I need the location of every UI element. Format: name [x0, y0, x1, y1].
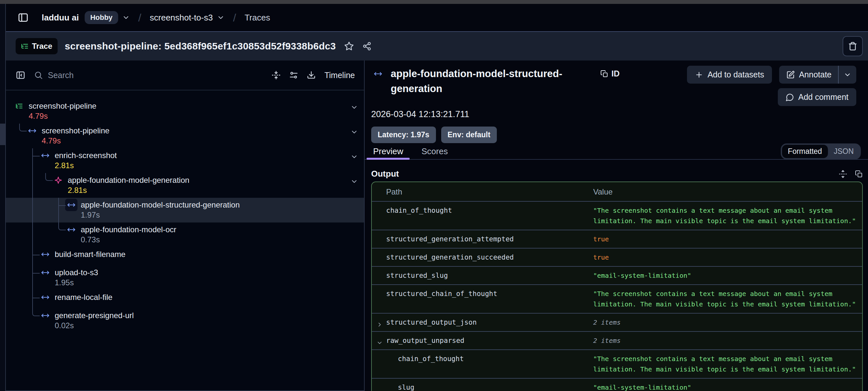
breadcrumb-separator: /: [138, 11, 141, 24]
output-path-text: structured_generation_attempted: [386, 235, 514, 243]
tree-item-duration: 2.81s: [68, 186, 364, 195]
output-row-path: structured_output_json: [372, 317, 593, 328]
add-comment-button[interactable]: Add comment: [778, 88, 856, 106]
tab-scores[interactable]: Scores: [420, 144, 450, 159]
format-toggle: FormattedJSON: [781, 143, 861, 159]
display-settings-icon[interactable]: [289, 71, 298, 80]
nav-rail-active-item[interactable]: [0, 124, 5, 145]
output-row-path: structured_generation_attempted: [372, 234, 593, 244]
chevron-down-icon[interactable]: [122, 14, 130, 22]
tree-item-upload-to-s3[interactable]: upload-to-s31.95s: [6, 265, 364, 290]
chevron-down-icon[interactable]: [217, 14, 225, 22]
annotate-dropdown-button[interactable]: [838, 66, 856, 84]
search-input[interactable]: Search: [34, 71, 263, 80]
action-row: Add to datasets Annotate: [687, 66, 856, 84]
tree-item-main: screenshot-pipeline: [6, 126, 364, 135]
fold-vertical-icon[interactable]: [272, 71, 281, 80]
span-icon: [41, 293, 50, 301]
tab-preview[interactable]: Preview: [371, 144, 405, 159]
unfold-vertical-icon[interactable]: [839, 170, 847, 178]
output-row-value: true: [593, 234, 862, 244]
annotate-split-button[interactable]: Annotate: [779, 66, 856, 84]
tree-item-label: build-smart-filename: [55, 250, 125, 259]
tree-item-rename-local-file[interactable]: rename-local-file: [6, 290, 364, 308]
chevron-down-icon[interactable]: [376, 339, 383, 346]
tree-guide: [32, 265, 33, 290]
span-icon: [41, 250, 50, 259]
metadata-badge: Latency: 1.97s: [371, 127, 436, 143]
tree-item-apple-foundation-model-structured-generation[interactable]: apple-foundation-model-structured-genera…: [6, 198, 364, 223]
output-row-value: 2 items: [593, 317, 862, 328]
tree-item-generate-presigned-url[interactable]: generate-presigned-url0.02s: [6, 308, 364, 333]
chevron-down-icon[interactable]: [350, 177, 358, 186]
span-icon: [28, 127, 36, 135]
timeline-toggle[interactable]: Timeline: [324, 71, 355, 80]
tree-item-duration: 1.97s: [81, 210, 364, 220]
search-icon: [34, 71, 43, 80]
tree-item-apple-foundation-model-ocr[interactable]: apple-foundation-model-ocr0.73s: [6, 223, 364, 247]
list-tree-icon: [21, 42, 29, 50]
add-to-datasets-button[interactable]: Add to datasets: [687, 66, 772, 84]
copy-icon[interactable]: [855, 170, 863, 178]
tree-item-main: generate-presigned-url: [6, 311, 364, 320]
output-row[interactable]: raw_output_unparsed2 items: [372, 331, 862, 349]
share-icon[interactable]: [362, 42, 371, 51]
tree-item-enrich-screenshot[interactable]: enrich-screenshot2.81s: [6, 148, 364, 173]
output-path-text: structured_output_json: [386, 319, 477, 326]
annotate-button[interactable]: Annotate: [779, 66, 838, 84]
sidebar-toggle-icon[interactable]: [18, 12, 29, 23]
output-row[interactable]: structured_output_json2 items: [372, 313, 862, 331]
tree-item-duration: 4.79s: [42, 136, 364, 146]
download-icon[interactable]: [307, 71, 316, 80]
output-row-path: structured_generation_succeeded: [372, 252, 593, 262]
chevron-down-icon[interactable]: [350, 128, 358, 136]
tree-item-label: screenshot-pipeline: [29, 101, 96, 110]
tree-guide: [32, 290, 33, 308]
search-placeholder: Search: [48, 71, 73, 80]
tree-guide: [32, 298, 40, 298]
span-icon: [67, 225, 75, 234]
tree-guide: [32, 156, 40, 157]
tree-item-main: apple-foundation-model-structured-genera…: [6, 200, 364, 209]
span-type-icon: [374, 70, 382, 78]
tree-item-apple-foundation-model-generation[interactable]: apple-foundation-model-generation2.81s: [6, 173, 364, 198]
output-table-header: Path Value: [372, 182, 862, 201]
span-icon: [41, 311, 50, 320]
tree-item-duration: 4.79s: [29, 111, 364, 121]
chevron-down-icon[interactable]: [350, 103, 358, 111]
column-header-path: Path: [372, 187, 593, 196]
tree-guide: [32, 198, 33, 223]
tree-guide: [45, 173, 53, 181]
breadcrumb-org[interactable]: ladduu ai: [42, 13, 79, 23]
output-row: chain_of_thought"The screenshot contains…: [372, 201, 862, 230]
breadcrumb-project[interactable]: screenshot-to-s3: [150, 13, 213, 23]
tree-guide: [58, 223, 66, 230]
collapse-panel-icon[interactable]: [16, 70, 25, 80]
output-path-text: structured_generation_succeeded: [386, 253, 514, 261]
copy-id-button[interactable]: ID: [600, 69, 620, 78]
tree-item-build-smart-filename[interactable]: build-smart-filename: [6, 247, 364, 265]
output-row-value: "The screenshot contains a text message …: [593, 205, 862, 226]
output-row-value: true: [593, 252, 862, 262]
chevron-right-icon[interactable]: [376, 321, 383, 328]
tree-guide: [32, 223, 33, 247]
copy-icon: [600, 70, 608, 78]
pen-square-icon: [786, 71, 795, 79]
breadcrumb-separator: /: [233, 11, 236, 24]
tree-guide: [32, 255, 40, 255]
tree-item-screenshot-pipeline[interactable]: screenshot-pipeline4.79s: [6, 124, 364, 148]
span-tree: screenshot-pipeline4.79sscreenshot-pipel…: [6, 91, 364, 390]
tree-item-screenshot-pipeline[interactable]: screenshot-pipeline4.79s: [6, 99, 364, 124]
delete-trace-button[interactable]: [843, 36, 863, 56]
format-toggle-json[interactable]: JSON: [828, 145, 860, 158]
action-row: Add comment: [778, 88, 856, 106]
output-row-path: chain_of_thought: [372, 205, 593, 226]
star-icon[interactable]: [344, 41, 354, 51]
chevron-down-icon[interactable]: [350, 153, 358, 161]
tree-guide: [58, 198, 59, 223]
breadcrumb-section[interactable]: Traces: [245, 13, 270, 23]
trace-header-bar: Trace screenshot-pipeline: 5ed368f965ef1…: [6, 31, 868, 61]
plan-badge[interactable]: Hobby: [85, 11, 118, 24]
output-row: structured_chain_of_thought"The screensh…: [372, 284, 862, 313]
format-toggle-formatted[interactable]: Formatted: [782, 145, 828, 158]
